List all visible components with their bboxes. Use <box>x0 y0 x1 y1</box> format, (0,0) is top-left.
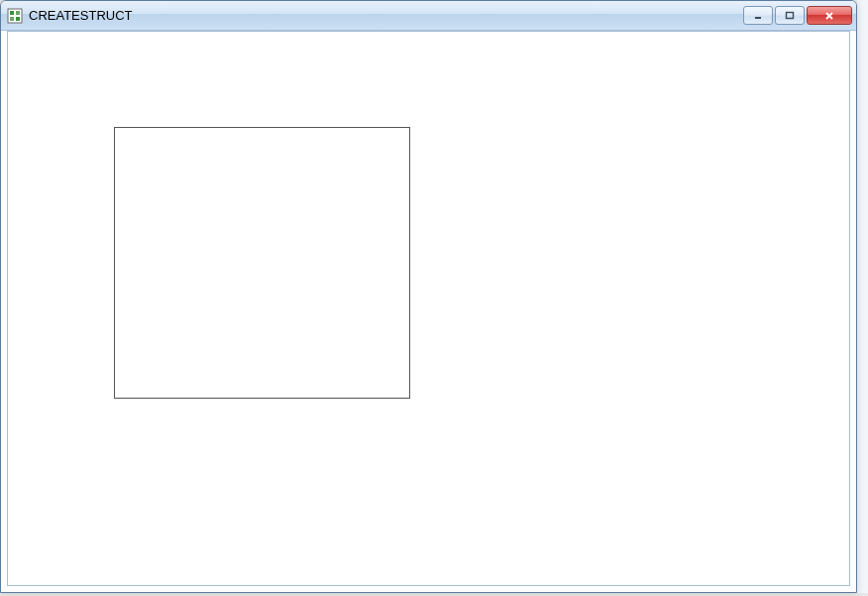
maximize-button[interactable] <box>775 6 805 25</box>
client-area <box>7 31 850 586</box>
close-button[interactable] <box>807 6 852 25</box>
titlebar[interactable]: CREATESTRUCT <box>1 1 856 31</box>
svg-rect-3 <box>10 17 14 21</box>
svg-rect-1 <box>10 11 14 15</box>
application-window: CREATESTRUCT <box>0 0 857 593</box>
app-icon <box>7 8 23 24</box>
minimize-button[interactable] <box>743 6 773 25</box>
drawn-rectangle <box>114 127 410 399</box>
window-title: CREATESTRUCT <box>29 8 743 23</box>
svg-rect-2 <box>16 11 20 15</box>
window-controls <box>743 6 852 25</box>
svg-rect-4 <box>16 17 20 21</box>
background-edge <box>857 0 868 593</box>
svg-rect-6 <box>787 12 794 18</box>
